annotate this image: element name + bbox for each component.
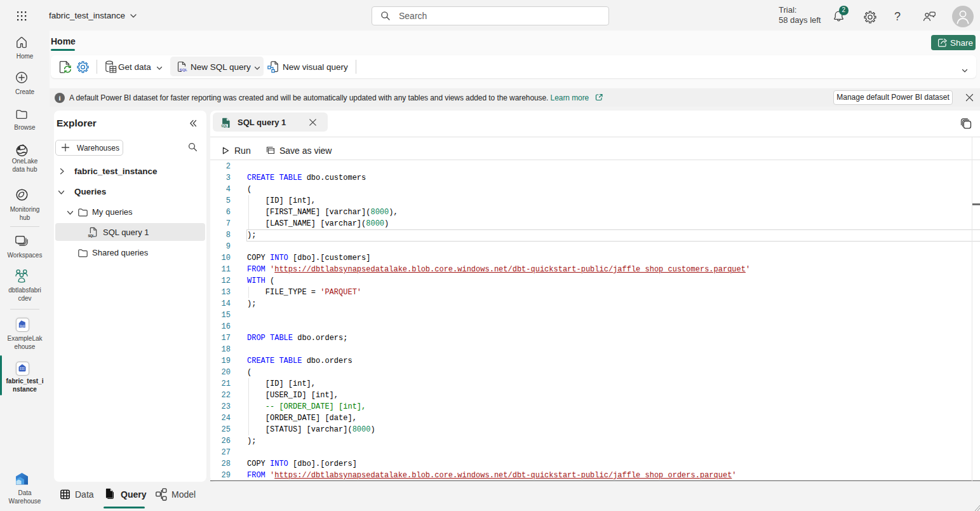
svg-text:SQL: SQL [180,67,188,72]
svg-text:SQL: SQL [88,234,95,238]
svg-text:SQL: SQL [221,124,228,128]
